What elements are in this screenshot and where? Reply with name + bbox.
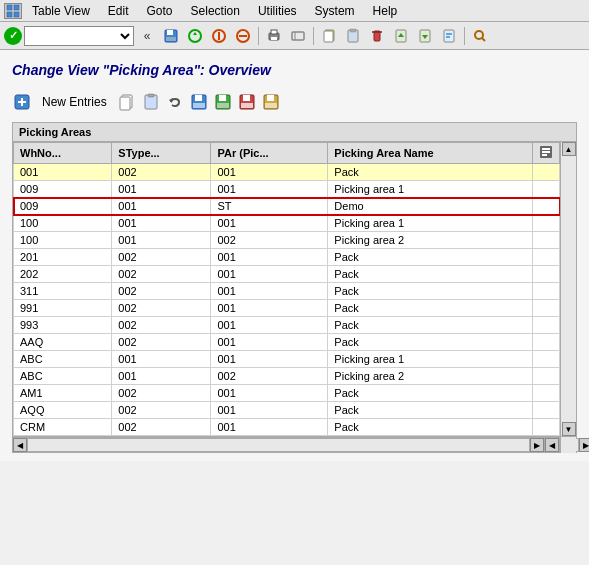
menu-selection[interactable]: Selection xyxy=(183,2,248,20)
menu-bar: Table View Edit Goto Selection Utilities… xyxy=(0,0,589,22)
cell-empty xyxy=(533,198,560,215)
table-row[interactable]: 100001002Picking area 2 xyxy=(14,232,560,249)
table-row[interactable]: ABC001001Picking area 1 xyxy=(14,351,560,368)
action-paste-icon xyxy=(142,93,160,111)
menu-system[interactable]: System xyxy=(307,2,363,20)
tb-paste-btn[interactable] xyxy=(342,25,364,47)
hscrollbar-right-btn[interactable]: ▶ xyxy=(530,438,544,452)
action-select-btn[interactable] xyxy=(261,92,281,112)
cell-wh: CRM xyxy=(14,419,112,436)
table-row[interactable]: AQQ002001Pack xyxy=(14,402,560,419)
svg-rect-48 xyxy=(267,95,274,101)
table-row[interactable]: 201002001Pack xyxy=(14,249,560,266)
cell-par: 001 xyxy=(211,402,328,419)
table-row[interactable]: 202002001Pack xyxy=(14,266,560,283)
scrollbar-track[interactable] xyxy=(562,156,576,422)
tb-up-btn[interactable] xyxy=(390,25,412,47)
refresh-btn[interactable] xyxy=(184,25,206,47)
cell-name: Pack xyxy=(328,164,533,181)
save-btn[interactable] xyxy=(160,25,182,47)
toolbar-separator-1 xyxy=(258,27,259,45)
menu-edit[interactable]: Edit xyxy=(100,2,137,20)
new-entries-icon xyxy=(12,92,32,112)
menu-goto[interactable]: Goto xyxy=(139,2,181,20)
hscrollbar2-left-btn[interactable]: ◀ xyxy=(545,438,559,452)
table-scroll[interactable]: WhNo... SType... PAr (Pic... Picking Are… xyxy=(13,142,560,436)
confirm-icon[interactable]: ✓ xyxy=(4,27,22,45)
tb-delete-btn[interactable] xyxy=(366,25,388,47)
action-copy-btn[interactable] xyxy=(117,92,137,112)
table-row[interactable]: ABC001002Picking area 2 xyxy=(14,368,560,385)
hscrollbar-left-btn[interactable]: ◀ xyxy=(13,438,27,452)
move-down-icon xyxy=(417,28,433,44)
action-save-btn[interactable] xyxy=(189,92,209,112)
col-settings[interactable] xyxy=(533,143,560,164)
app-icon[interactable] xyxy=(4,3,22,19)
command-dropdown[interactable] xyxy=(24,26,134,46)
cell-empty xyxy=(533,368,560,385)
tb-icon3[interactable] xyxy=(287,25,309,47)
action-undo-btn[interactable] xyxy=(165,92,185,112)
table-row[interactable]: 311002001Pack xyxy=(14,283,560,300)
tb-icon1[interactable] xyxy=(208,25,230,47)
table-row[interactable]: 009001001Picking area 1 xyxy=(14,181,560,198)
action-save2-btn[interactable] xyxy=(213,92,233,112)
svg-rect-0 xyxy=(7,5,12,10)
svg-rect-18 xyxy=(324,31,333,42)
cell-empty xyxy=(533,164,560,181)
cell-par: 001 xyxy=(211,385,328,402)
hscrollbar-track[interactable] xyxy=(27,438,530,452)
menu-help[interactable]: Help xyxy=(365,2,406,20)
cell-name: Pack xyxy=(328,385,533,402)
col-name: Picking Area Name xyxy=(328,143,533,164)
cell-st: 001 xyxy=(112,215,211,232)
scrollbar-down-btn[interactable]: ▼ xyxy=(562,422,576,436)
toolbar-icon-1 xyxy=(211,28,227,44)
table-row[interactable]: CRM002001Pack xyxy=(14,419,560,436)
table-row[interactable]: AAQ002001Pack xyxy=(14,334,560,351)
action-save3-btn[interactable] xyxy=(237,92,257,112)
main-toolbar: ✓ « xyxy=(0,22,589,50)
table-row[interactable]: 100001001Picking area 1 xyxy=(14,215,560,232)
table-row[interactable]: 001002001Pack xyxy=(14,164,560,181)
action-save2-icon xyxy=(214,93,232,111)
main-content: Change View "Picking Area": Overview New… xyxy=(0,50,589,461)
cell-name: Pack xyxy=(328,419,533,436)
cell-empty xyxy=(533,317,560,334)
tb-find-btn[interactable] xyxy=(469,25,491,47)
table-row[interactable]: AM1002001Pack xyxy=(14,385,560,402)
picking-areas-table-container: Picking Areas WhNo... SType... PAr (Pic.… xyxy=(12,122,577,453)
scrollbar-corner xyxy=(560,437,576,453)
toolbar-separator-3 xyxy=(464,27,465,45)
cell-par: 001 xyxy=(211,300,328,317)
action-save3-icon xyxy=(238,93,256,111)
table-row[interactable]: 991002001Pack xyxy=(14,300,560,317)
cell-st: 002 xyxy=(112,334,211,351)
svg-rect-52 xyxy=(542,151,550,153)
action-copy-icon xyxy=(118,93,136,111)
tb-copy-btn[interactable] xyxy=(318,25,340,47)
svg-rect-5 xyxy=(167,30,173,35)
svg-rect-45 xyxy=(243,95,250,101)
page-title: Change View "Picking Area": Overview xyxy=(12,58,577,82)
table-row[interactable]: 993002001Pack xyxy=(14,317,560,334)
menu-utilities[interactable]: Utilities xyxy=(250,2,305,20)
scrollbar-up-btn[interactable]: ▲ xyxy=(562,142,576,156)
vertical-scrollbar[interactable]: ▲ ▼ xyxy=(560,142,576,436)
hscrollbar2-right-btn[interactable]: ▶ xyxy=(579,438,589,452)
table-row[interactable]: 009001STDemo xyxy=(14,198,560,215)
tb-select-btn[interactable] xyxy=(438,25,460,47)
action-paste-btn[interactable] xyxy=(141,92,161,112)
toolbar-icon-2 xyxy=(235,28,251,44)
new-entries-button[interactable]: New Entries xyxy=(36,93,113,111)
nav-prev-prev-btn[interactable]: « xyxy=(136,25,158,47)
print-btn[interactable] xyxy=(263,25,285,47)
tb-down-btn[interactable] xyxy=(414,25,436,47)
menu-table-view[interactable]: Table View xyxy=(24,2,98,20)
svg-rect-13 xyxy=(271,30,277,34)
tb-icon2[interactable] xyxy=(232,25,254,47)
cell-par: 001 xyxy=(211,266,328,283)
print-icon xyxy=(266,28,282,44)
cell-empty xyxy=(533,215,560,232)
col-par: PAr (Pic... xyxy=(211,143,328,164)
